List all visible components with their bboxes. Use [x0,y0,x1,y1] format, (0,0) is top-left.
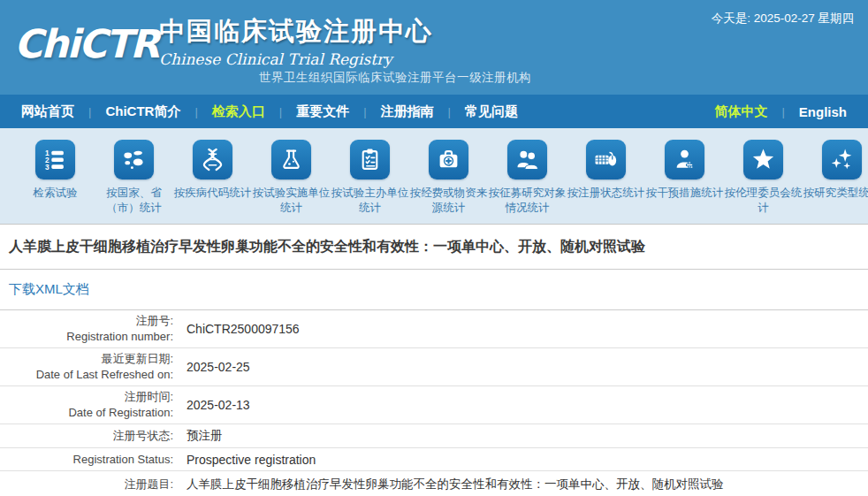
row-label-cn: 注册题目: [124,477,173,492]
who-platform-tagline: 世界卫生组织国际临床试验注册平台一级注册机构 [259,70,531,86]
site-header: ChiCTR 中国临床试验注册中心 Chinese Clinical Trial… [0,0,868,95]
tool-by-disease-code[interactable]: 按疾病代码统计 [173,140,252,224]
tool-label: 按试验主办单位统计 [331,186,409,216]
tool-by-ethics-committee[interactable]: 按伦理委员会统计 [724,140,803,224]
main-nav: 网站首页 | ChiCTR简介 | 检索入口 | 重要文件 | 注册指南 | 常… [0,95,868,128]
row-label-cn: 注册时间: [124,389,173,405]
nav-separator: | [439,105,460,118]
sparkles-icon [822,140,862,179]
lang-english[interactable]: English [794,104,852,119]
tool-by-intervention[interactable]: 按干预措施统计 [645,140,724,224]
row-label-cn: 注册号状态: [112,428,173,444]
world-map-icon [114,140,154,179]
tool-search-trials[interactable]: 123 检索试验 [16,140,95,224]
tool-by-funding-source[interactable]: 按经费或物资来源统计 [409,140,488,224]
row-label: 注册时间: Date of Registration: [0,386,173,424]
tool-label: 按疾病代码统计 [173,186,252,201]
current-date: 今天是: 2025-02-27 星期四 [712,11,854,27]
download-xml-link[interactable]: 下载XML文档 [9,281,89,298]
nav-separator: | [270,105,291,118]
nav-item-home[interactable]: 网站首页 [16,103,80,120]
people-icon [507,140,547,179]
tool-label: 按干预措施统计 [645,186,724,201]
nav-separator: | [354,105,375,118]
trial-detail-content: 人羊膜上皮干细胞移植治疗早发性卵巢功能不全的安全性和有效性：一项单中心、开放、随… [0,224,868,496]
row-label: Registration Status: [0,448,173,470]
trial-title-row: 人羊膜上皮干细胞移植治疗早发性卵巢功能不全的安全性和有效性：一项单中心、开放、随… [0,225,868,270]
tool-label: 按伦理委员会统计 [724,186,803,216]
tool-label: 按注册状态统计 [567,186,645,201]
row-label: 最近更新日期: Date of Last Refreshed on: [0,348,173,385]
row-label-en: Date of Registration: [68,405,173,421]
nav-menu: 网站首页 | ChiCTR简介 | 检索入口 | 重要文件 | 注册指南 | 常… [16,103,709,120]
flask-icon [271,140,311,179]
nav-item-search[interactable]: 检索入口 [207,103,270,120]
keyboard-mouse-icon [586,140,626,179]
nav-item-faq[interactable]: 常见问题 [460,103,523,120]
lang-chinese[interactable]: 简体中文 [709,103,773,120]
table-row-last-refreshed: 最近更新日期: Date of Last Refreshed on: 2025-… [0,348,868,386]
table-row-date-of-registration: 注册时间: Date of Registration: 2025-02-13 [0,386,868,424]
nav-separator: | [80,105,100,118]
tool-by-registration-status[interactable]: 按注册状态统计 [567,140,645,224]
row-label-en: Registration number: [66,329,173,345]
row-label-en: Date of Last Refreshed on: [36,367,173,383]
table-row-registration-status-cn: 注册号状态: 预注册 [0,424,868,448]
tool-by-recruitment-status[interactable]: 按征募研究对象情况统计 [488,140,567,224]
download-row: 下载XML文档 [0,270,868,310]
row-label-cn: 注册号: [135,313,173,329]
row-value: 2025-02-25 [173,348,868,385]
tool-by-study-type[interactable]: 按研究类型统计 [803,140,868,224]
row-value: Prospective registration [173,448,868,470]
row-label: 注册号状态: [0,424,173,447]
chictr-logo[interactable]: ChiCTR [14,21,158,66]
row-label: 注册题目: [0,471,173,496]
nav-item-guide[interactable]: 注册指南 [376,103,439,120]
tool-label: 按试验实施单位统计 [252,186,331,216]
table-row-registration-number: 注册号: Registration number: ChiCTR25000971… [0,310,868,348]
trial-title: 人羊膜上皮干细胞移植治疗早发性卵巢功能不全的安全性和有效性：一项单中心、开放、随… [9,238,645,256]
row-label: 注册号: Registration number: [0,310,173,347]
numbered-list-icon: 123 [35,140,75,179]
row-value: 2025-02-13 [173,386,868,424]
tool-label: 检索试验 [16,186,95,201]
site-titles: 中国临床试验注册中心 Chinese Clinical Trial Regist… [159,14,433,68]
site-title-english: Chinese Clinical Trial Registry [159,50,433,68]
clipboard-icon [350,140,390,179]
row-label-cn: 最近更新日期: [101,351,173,367]
statistics-toolbar: 123 检索试验 按国家、省（市）统计 按疾病代码统计 按试验实施单位统计 按试… [0,128,868,224]
tool-label: 按经费或物资来源统计 [409,186,488,216]
tool-by-implementing-unit[interactable]: 按试验实施单位统计 [252,140,331,224]
nav-item-documents[interactable]: 重要文件 [291,103,354,120]
star-icon [743,140,783,179]
row-value: ChiCTR2500097156 [173,310,868,347]
tool-by-country-province[interactable]: 按国家、省（市）统计 [95,140,173,224]
language-switcher: 简体中文 | English [709,103,852,120]
nav-item-about[interactable]: ChiCTR简介 [100,103,186,120]
nav-separator: | [773,105,793,118]
row-value: 预注册 [173,424,868,447]
tool-label: 按国家、省（市）统计 [95,186,173,216]
nav-separator: | [186,105,206,118]
tool-label: 按征募研究对象情况统计 [488,186,567,216]
table-row-registration-status-en: Registration Status: Prospective registr… [0,448,868,471]
doctor-icon [665,140,704,179]
row-label-en: Registration Status: [73,452,173,468]
site-title-chinese: 中国临床试验注册中心 [159,14,433,50]
tool-label: 按研究类型统计 [803,186,868,201]
dna-icon [193,140,232,179]
svg-text:3: 3 [45,163,49,172]
medical-bag-icon [429,140,468,179]
table-row-public-title: 注册题目: 人羊膜上皮干细胞移植治疗早发性卵巢功能不全的安全性和有效性：一项单中… [0,471,868,496]
tool-by-sponsor-unit[interactable]: 按试验主办单位统计 [331,140,409,224]
row-value: 人羊膜上皮干细胞移植治疗早发性卵巢功能不全的安全性和有效性：一项单中心、开放、随… [173,471,868,496]
